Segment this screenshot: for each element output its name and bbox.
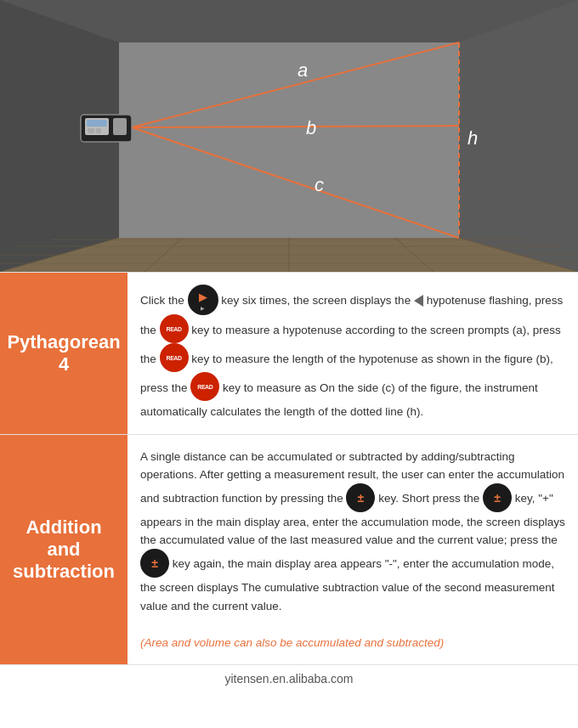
svg-text:c: c: [314, 174, 324, 195]
svg-rect-27: [88, 128, 94, 133]
addition-subtraction-section: Addition and subtraction A single distan…: [0, 434, 578, 665]
pythagorean-section: Pythagorean 4 Click the ▶ ▶ key six time…: [0, 272, 578, 434]
svg-rect-25: [113, 118, 127, 135]
addition-subtraction-label: Addition and subtraction: [0, 435, 128, 665]
triangle-icon: [414, 295, 423, 307]
svg-text:a: a: [298, 59, 308, 81]
svg-text:h: h: [468, 127, 478, 149]
add-sub-button-icon-2: ±: [483, 483, 512, 512]
add-sub-button-icon-1: ±: [346, 483, 375, 512]
pythagorean-label: Pythagorean 4: [0, 273, 128, 434]
read-button-icon-3: READ: [190, 372, 219, 401]
footer: yitensen.en.alibaba.com: [0, 664, 578, 692]
read-button-icon-1: READ: [160, 314, 189, 343]
room-image: a b c h (Calculated automatically): [0, 0, 578, 272]
addition-subtraction-text: A single distance can be accumulated or …: [128, 435, 578, 665]
svg-rect-28: [96, 128, 101, 133]
play-button-icon: ▶ ▶: [188, 285, 218, 315]
pythagorean-text: Click the ▶ ▶ key six times, the screen …: [128, 273, 578, 434]
read-button-icon-2: READ: [160, 343, 189, 372]
add-sub-button-icon-3: ±: [140, 549, 169, 578]
note-text: (Area and volume can also be accumulated…: [140, 636, 444, 649]
svg-text:b: b: [306, 117, 316, 138]
svg-rect-26: [87, 120, 107, 127]
